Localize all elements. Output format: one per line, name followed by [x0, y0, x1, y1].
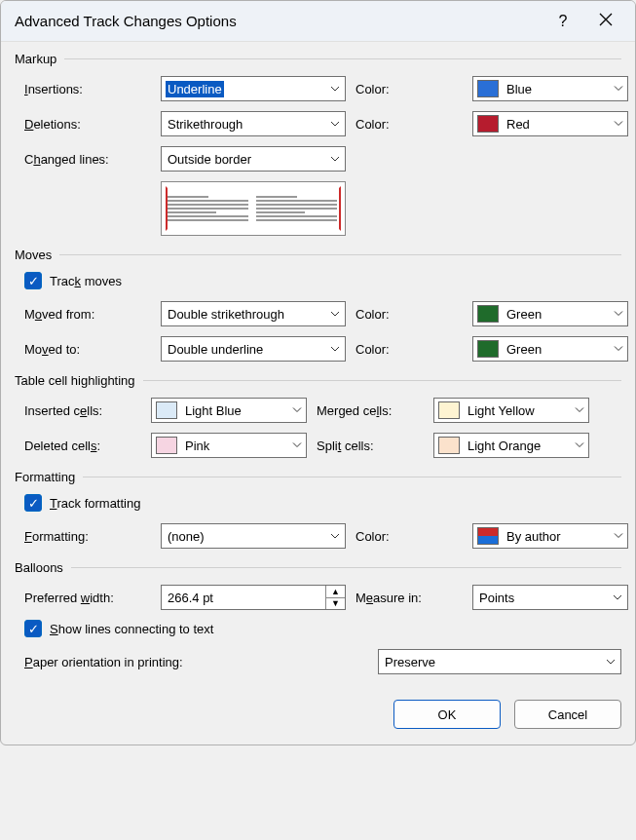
spinner-down-button[interactable]: ▼	[326, 598, 345, 610]
paper-orientation-label: Paper orientation in printing:	[24, 655, 358, 669]
chevron-down-icon	[329, 119, 341, 129]
checkmark-icon: ✓	[28, 275, 39, 287]
dialog: Advanced Track Changes Options ? Markup …	[0, 0, 636, 745]
chevron-down-icon	[614, 117, 623, 132]
group-table-cells: Table cell highlighting Inserted cells: …	[15, 373, 621, 458]
ok-button[interactable]: OK	[393, 700, 501, 729]
color-swatch-icon	[477, 305, 499, 323]
chevron-down-icon	[292, 439, 302, 453]
byauthor-swatch-icon	[477, 527, 499, 545]
moved-to-color-combo[interactable]: Green	[472, 336, 628, 362]
group-moves: Moves ✓ Track moves Moved from: Double s…	[15, 248, 621, 362]
group-title-balloons: Balloons	[15, 560, 63, 575]
merged-cells-label: Merged cells:	[317, 403, 424, 418]
track-formatting-checkbox[interactable]: ✓	[24, 494, 42, 512]
color-swatch-icon	[438, 401, 460, 419]
close-icon	[599, 13, 613, 30]
inserted-cells-label: Inserted cells:	[24, 403, 141, 418]
merged-cells-combo[interactable]: Light Yellow	[433, 398, 589, 423]
group-title-formatting: Formatting	[15, 470, 75, 484]
moved-to-combo[interactable]: Double underline	[161, 336, 346, 362]
color-swatch-icon	[156, 437, 177, 454]
group-title-table-cells: Table cell highlighting	[15, 373, 135, 388]
deletions-color-combo[interactable]: Red	[472, 111, 628, 136]
help-button[interactable]: ?	[542, 1, 584, 42]
dialog-title: Advanced Track Changes Options	[15, 13, 237, 29]
deletions-color-label: Color:	[355, 117, 463, 132]
spinner-up-button[interactable]: ▲	[326, 586, 345, 598]
color-swatch-icon	[477, 340, 499, 358]
group-title-moves: Moves	[15, 248, 52, 262]
color-swatch-icon	[477, 80, 499, 97]
cancel-button[interactable]: Cancel	[514, 700, 621, 729]
moved-from-combo[interactable]: Double strikethrough	[161, 301, 346, 326]
track-formatting-label: Track formatting	[50, 496, 140, 511]
split-cells-label: Split cells:	[317, 439, 424, 453]
checkmark-icon: ✓	[28, 623, 39, 635]
track-moves-checkbox[interactable]: ✓	[24, 272, 42, 289]
moved-to-color-label: Color:	[355, 342, 463, 357]
deleted-cells-combo[interactable]: Pink	[151, 433, 307, 458]
checkmark-icon: ✓	[28, 497, 39, 510]
formatting-color-combo[interactable]: By author	[472, 523, 628, 549]
chevron-down-icon	[329, 531, 341, 541]
paper-orientation-combo[interactable]: Preserve	[378, 649, 621, 674]
group-markup: Markup Insertions: Underline Color: Blue	[15, 52, 621, 236]
chevron-down-icon	[612, 592, 623, 602]
changed-lines-label: Changed lines:	[24, 152, 151, 167]
titlebar: Advanced Track Changes Options ?	[1, 1, 635, 42]
chevron-down-icon	[329, 309, 341, 319]
chevron-down-icon	[605, 657, 617, 667]
help-icon: ?	[559, 13, 568, 30]
color-swatch-icon	[438, 437, 460, 454]
moved-to-label: Moved to:	[24, 342, 151, 357]
chevron-down-icon	[575, 439, 584, 453]
dialog-footer: OK Cancel	[1, 686, 635, 745]
color-swatch-icon	[156, 401, 177, 419]
measure-in-combo[interactable]: Points	[472, 585, 628, 610]
show-lines-label: Show lines connecting to text	[50, 622, 213, 636]
chevron-down-icon	[575, 403, 584, 418]
group-title-markup: Markup	[15, 52, 56, 66]
show-lines-checkbox[interactable]: ✓	[24, 620, 42, 637]
inserted-cells-combo[interactable]: Light Blue	[151, 398, 307, 423]
chevron-down-icon	[614, 307, 623, 322]
deletions-label: Deletions:	[24, 117, 151, 132]
insertions-combo[interactable]: Underline	[161, 76, 346, 101]
chevron-down-icon	[614, 342, 623, 357]
changed-lines-preview	[161, 181, 346, 236]
moved-from-color-label: Color:	[355, 307, 463, 322]
insertions-color-combo[interactable]: Blue	[472, 76, 628, 101]
chevron-down-icon	[614, 529, 623, 544]
formatting-label: Formatting:	[24, 529, 151, 544]
chevron-down-icon	[329, 344, 341, 354]
insertions-label: Insertions:	[24, 82, 151, 96]
chevron-down-icon	[329, 154, 341, 164]
chevron-down-icon	[329, 84, 341, 94]
measure-in-label: Measure in:	[355, 591, 463, 605]
moved-from-label: Moved from:	[24, 307, 151, 322]
preferred-width-label: Preferred width:	[24, 591, 151, 605]
chevron-down-icon	[614, 82, 623, 96]
chevron-down-icon	[292, 403, 302, 418]
group-balloons: Balloons Preferred width: 266.4 pt ▲ ▼ M…	[15, 560, 621, 674]
formatting-combo[interactable]: (none)	[161, 523, 346, 549]
moved-from-color-combo[interactable]: Green	[472, 301, 628, 326]
insertions-color-label: Color:	[355, 82, 463, 96]
deletions-combo[interactable]: Strikethrough	[161, 111, 346, 136]
split-cells-combo[interactable]: Light Orange	[433, 433, 589, 458]
changed-lines-combo[interactable]: Outside border	[161, 146, 346, 172]
deleted-cells-label: Deleted cells:	[24, 439, 141, 453]
close-button[interactable]	[584, 1, 627, 42]
group-formatting: Formatting ✓ Track formatting Formatting…	[15, 470, 621, 549]
formatting-color-label: Color:	[355, 529, 463, 544]
track-moves-label: Track moves	[50, 274, 122, 288]
preferred-width-spinner[interactable]: 266.4 pt ▲ ▼	[161, 585, 346, 610]
color-swatch-icon	[477, 115, 499, 133]
